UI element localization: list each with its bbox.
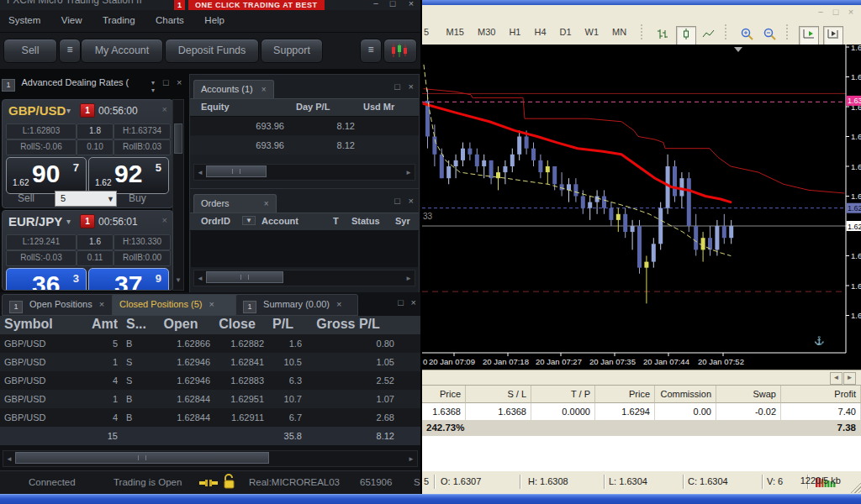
scroll-left-icon[interactable]: ◄: [197, 275, 203, 282]
timeframe-m30[interactable]: M30: [471, 26, 502, 38]
closed-position-row[interactable]: GBP/USD5B1.628661.628821.60.800.0: [0, 334, 420, 353]
maximize-icon[interactable]: □: [163, 77, 169, 87]
fxcm-titlebar[interactable]: FXCM Micro Trading Station II 1 ONE CLIC…: [0, 0, 420, 10]
col-account[interactable]: Account: [261, 216, 298, 226]
chart-scroll-strip[interactable]: ◄ ►: [422, 370, 861, 386]
buy-price-button[interactable]: 129 37 9: [88, 268, 169, 291]
close-icon[interactable]: ×: [411, 297, 416, 307]
chevron-down-icon[interactable]: ▾: [66, 106, 71, 115]
maximize-icon[interactable]: □: [387, 0, 399, 8]
close-icon[interactable]: ×: [209, 299, 214, 309]
positions-col-4[interactable]: Close: [210, 316, 264, 333]
minimize-icon[interactable]: −: [370, 0, 382, 8]
restore-icon[interactable]: □: [829, 7, 843, 17]
open-chart-button[interactable]: [383, 39, 417, 63]
maximize-icon[interactable]: □: [394, 196, 400, 206]
tab-summary[interactable]: 1 Summary (0.00) ×: [235, 294, 358, 316]
scrollbar-thumb[interactable]: [206, 165, 267, 177]
menu-view[interactable]: View: [53, 15, 91, 25]
close-icon[interactable]: ×: [162, 104, 167, 114]
trade-col-1[interactable]: S / L: [466, 386, 531, 403]
resize-grip[interactable]: [849, 481, 861, 493]
collapse-chevrons-icon[interactable]: ▾▾: [151, 79, 155, 94]
col-ordrid[interactable]: OrdrID: [201, 216, 230, 226]
accounts-hscrollbar[interactable]: ◄ ►: [193, 164, 415, 181]
trade-col-2[interactable]: T / P: [531, 386, 595, 403]
bar-chart-mode-button[interactable]: [653, 27, 672, 45]
deposit-funds-button[interactable]: Deposit Funds: [165, 39, 259, 63]
sell-price-button[interactable]: 129 36 3: [6, 268, 87, 291]
accounts-tab[interactable]: Accounts (1) ×: [193, 80, 274, 99]
symbol-label[interactable]: GBP/USD: [8, 103, 66, 118]
timeframe-m5-partial[interactable]: 5: [422, 26, 436, 38]
scrollbar-thumb[interactable]: [15, 452, 269, 464]
amount-dropdown[interactable]: 5 ▼: [55, 191, 117, 207]
chevron-down-icon[interactable]: ▾: [66, 217, 71, 226]
positions-col-0[interactable]: Symbol: [0, 316, 70, 333]
zoom-out-button[interactable]: [760, 26, 779, 44]
sort-dropdown-icon[interactable]: ▼: [242, 216, 256, 225]
taskbar-edge[interactable]: [0, 494, 861, 504]
candlestick-mode-button[interactable]: [676, 26, 696, 45]
positions-col-6[interactable]: Gross P/L: [302, 316, 394, 333]
account-row[interactable]: 693.968.12: [190, 117, 419, 135]
trade-col-5[interactable]: Swap: [716, 386, 781, 403]
zoom-in-button[interactable]: [738, 26, 757, 44]
one-click-trading-banner[interactable]: ONE CLICK TRADING AT BEST: [188, 0, 325, 10]
scroll-down-icon[interactable]: ▼: [175, 276, 182, 284]
scroll-left-icon[interactable]: ◄: [830, 372, 843, 385]
adr-header[interactable]: 1 Advanced Dealing Rates ( ▾▾ □ ×: [2, 77, 185, 92]
closed-position-row[interactable]: GBP/USD1S1.629461.6284110.51.050.0: [0, 353, 420, 371]
line-chart-mode-button[interactable]: [700, 27, 718, 45]
maximize-icon[interactable]: □: [394, 81, 400, 92]
scroll-left-icon[interactable]: ◄: [197, 169, 203, 176]
sell-price-button[interactable]: 1.62 90 7: [6, 157, 87, 194]
menu-charts[interactable]: Charts: [147, 15, 193, 25]
timeframe-h1[interactable]: H1: [502, 26, 527, 38]
scroll-right-icon[interactable]: ►: [843, 372, 856, 385]
menu-help[interactable]: Help: [196, 15, 233, 25]
price-chart[interactable]: 1.63201.63151.63101.63051.63001.62951.62…: [422, 45, 861, 370]
trade-table-row[interactable]: 1.63681.63680.00001.62940.00-0.027.40: [422, 403, 861, 421]
col-status[interactable]: Status: [351, 216, 380, 226]
orders-tab[interactable]: Orders ×: [193, 194, 277, 213]
close-icon[interactable]: ×: [844, 7, 858, 17]
support-button[interactable]: Support: [261, 39, 323, 63]
scroll-left-icon[interactable]: ◄: [6, 455, 13, 463]
col-symbol-cut[interactable]: Syr: [395, 216, 410, 226]
positions-col-1[interactable]: Amt (K): [70, 316, 118, 333]
adr-scrollbar[interactable]: ▼: [172, 99, 184, 291]
positions-col-3[interactable]: Open: [151, 316, 210, 333]
col-equity[interactable]: Equity: [201, 102, 230, 112]
timeframe-w1[interactable]: W1: [578, 26, 606, 38]
orders-hscrollbar[interactable]: ◄ ►: [193, 270, 415, 286]
trade-col-3[interactable]: Price: [595, 386, 655, 403]
sell-button[interactable]: Sell: [3, 39, 57, 63]
symbol-label[interactable]: EUR/JPY: [8, 214, 62, 228]
layout-options-button[interactable]: ≡: [360, 39, 382, 63]
scrollbar-thumb[interactable]: [206, 271, 283, 283]
scroll-right-icon[interactable]: ►: [405, 275, 412, 282]
positions-hscrollbar[interactable]: ◄ ►: [3, 450, 418, 467]
close-icon[interactable]: ×: [409, 196, 414, 206]
timeframe-h4[interactable]: H4: [527, 26, 552, 38]
scrollbar-thumb[interactable]: [174, 123, 182, 154]
minimize-icon[interactable]: −: [814, 7, 827, 17]
positions-col-2[interactable]: S...: [118, 316, 151, 333]
timeframe-mn[interactable]: MN: [605, 26, 633, 38]
tab-open-positions[interactable]: 1 Open Positions ×: [2, 294, 123, 316]
chart-shift-button[interactable]: [823, 26, 843, 45]
close-icon[interactable]: ×: [261, 85, 267, 94]
auto-scroll-button[interactable]: [799, 26, 819, 45]
closed-position-row[interactable]: GBP/USD1B1.628441.6295110.71.070.0: [0, 390, 420, 408]
tab-closed-positions[interactable]: Closed Positions (5) ×: [112, 294, 243, 316]
menu-trading[interactable]: Trading: [94, 15, 144, 25]
positions-col-5[interactable]: P/L: [264, 316, 302, 333]
menu-system[interactable]: System: [0, 15, 49, 25]
close-icon[interactable]: ×: [409, 81, 414, 92]
maximize-icon[interactable]: □: [398, 297, 404, 307]
buy-price-button[interactable]: 1.62 92 5: [88, 157, 169, 194]
timeframe-m15[interactable]: M15: [440, 26, 471, 38]
close-icon[interactable]: ×: [177, 77, 182, 87]
my-account-button[interactable]: My Account: [81, 39, 163, 63]
